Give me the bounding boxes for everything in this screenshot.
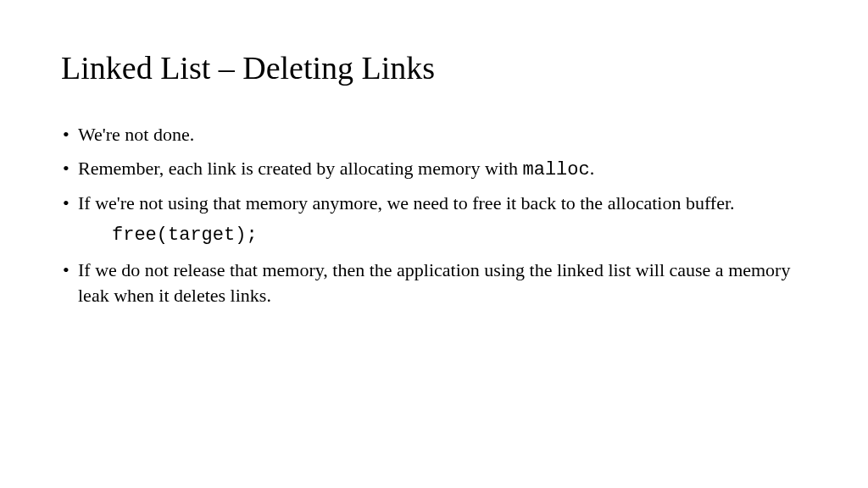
inline-code: malloc xyxy=(523,159,590,180)
list-item: Remember, each link is created by alloca… xyxy=(61,156,807,183)
bullet-list: We're not done. Remember, each link is c… xyxy=(61,122,807,216)
code-block: free(target); xyxy=(61,225,807,246)
bullet-list: If we do not release that memory, then t… xyxy=(61,258,807,308)
list-item: If we're not using that memory anymore, … xyxy=(61,191,807,216)
list-item: If we do not release that memory, then t… xyxy=(61,258,807,308)
text-segment: . xyxy=(590,158,595,179)
slide-title: Linked List – Deleting Links xyxy=(61,49,807,86)
list-item: We're not done. xyxy=(61,122,807,147)
text-segment: Remember, each link is created by alloca… xyxy=(78,158,523,179)
